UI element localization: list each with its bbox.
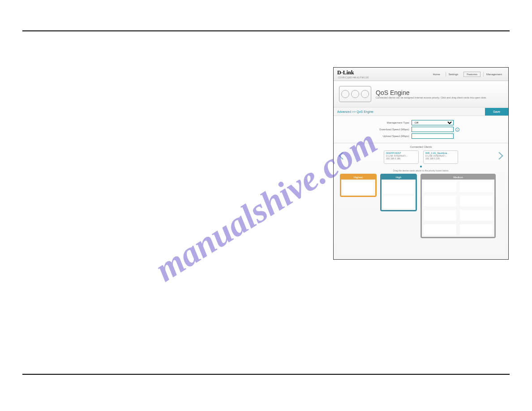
client-ip: 192.168.0.186 xyxy=(386,157,416,160)
connected-clients-row: 00347PCWIN7 D-LINK INTERNATI... 192.168.… xyxy=(334,150,508,164)
priority-grid xyxy=(422,180,494,237)
page-desc: Connected clients can be assigned Intern… xyxy=(376,96,487,99)
nav-management[interactable]: Management xyxy=(483,72,505,77)
chevron-right-icon[interactable] xyxy=(496,152,503,160)
banner-text: QoS Engine Connected clients can be assi… xyxy=(376,89,487,99)
settings-form: Management Type: Off Download Speed (Mbp… xyxy=(334,116,508,143)
save-button[interactable]: Save xyxy=(485,108,508,116)
row-download-speed: Download Speed (Mbps): i xyxy=(334,127,508,132)
priority-high: High xyxy=(380,174,417,211)
priority-header: Highest xyxy=(341,175,375,180)
page-title: QoS Engine xyxy=(376,89,487,96)
page-rule-top xyxy=(22,30,510,31)
priority-slot[interactable] xyxy=(424,210,456,221)
priority-header: Medium xyxy=(422,175,494,180)
priority-slot[interactable] xyxy=(460,224,493,235)
router-ui-screenshot: D-Link COVR-C1200 HW:A1 FW:1.00 Home Set… xyxy=(333,67,509,260)
select-management-type[interactable]: Off xyxy=(412,120,454,125)
brand-text: D-Link xyxy=(337,69,354,76)
priority-slot[interactable] xyxy=(383,181,414,194)
brand-logo: D-Link xyxy=(337,69,369,76)
nav-settings[interactable]: Settings xyxy=(446,72,461,77)
chevron-left-icon[interactable] xyxy=(339,152,347,160)
connected-clients-title: Connected Clients xyxy=(334,143,508,150)
page-rule-bottom xyxy=(22,374,510,375)
info-icon[interactable]: i xyxy=(455,128,459,132)
input-download-speed[interactable] xyxy=(412,127,454,132)
priority-slot[interactable] xyxy=(460,181,493,192)
priority-header: High xyxy=(382,175,416,180)
header-bar: D-Link COVR-C1200 HW:A1 FW:1.00 Home Set… xyxy=(334,68,508,81)
input-upload-speed[interactable] xyxy=(412,133,454,139)
client-card[interactable]: 00347PCWIN7 D-LINK INTERNATI... 192.168.… xyxy=(384,150,419,164)
nav-features[interactable]: Features xyxy=(463,72,481,77)
priority-slot[interactable] xyxy=(424,224,456,235)
priority-slot[interactable] xyxy=(343,181,373,194)
drag-hint: Drag the device cards above to the prior… xyxy=(334,169,508,172)
nav-home[interactable]: Home xyxy=(430,72,443,77)
top-nav: Home Settings Features Management xyxy=(430,72,505,77)
priority-medium: Medium xyxy=(420,174,496,238)
priority-slot[interactable] xyxy=(424,196,456,206)
traffic-light-icon xyxy=(339,86,371,102)
label-upload-speed: Upload Speed (Mbps): xyxy=(334,135,410,137)
priority-slot[interactable] xyxy=(460,196,493,206)
row-upload-speed: Upload Speed (Mbps): xyxy=(334,133,508,139)
priority-slot[interactable] xyxy=(460,210,493,221)
page-banner: QoS Engine Connected clients can be assi… xyxy=(334,81,508,107)
priority-slot[interactable] xyxy=(383,196,414,208)
priority-highest: Highest xyxy=(340,174,377,197)
model-text: COVR-C1200 HW:A1 FW:1.00 xyxy=(338,76,369,79)
breadcrumb-row: Advanced >> QoS Engine Save xyxy=(334,107,508,116)
pager-dot xyxy=(420,166,422,167)
client-card[interactable]: WiFi_2.4G_MeshExte... D-LINK INTERNATI..… xyxy=(423,150,458,164)
label-management-type: Management Type: xyxy=(334,121,410,124)
priority-slot[interactable] xyxy=(424,181,456,192)
client-ip: 192.168.0.235 xyxy=(425,157,456,160)
priority-boxes: Highest High Medium xyxy=(334,174,508,243)
brand-block: D-Link COVR-C1200 HW:A1 FW:1.00 xyxy=(337,69,369,79)
label-download-speed: Download Speed (Mbps): xyxy=(334,128,410,131)
row-management-type: Management Type: Off xyxy=(334,120,508,125)
breadcrumb: Advanced >> QoS Engine xyxy=(337,110,373,113)
